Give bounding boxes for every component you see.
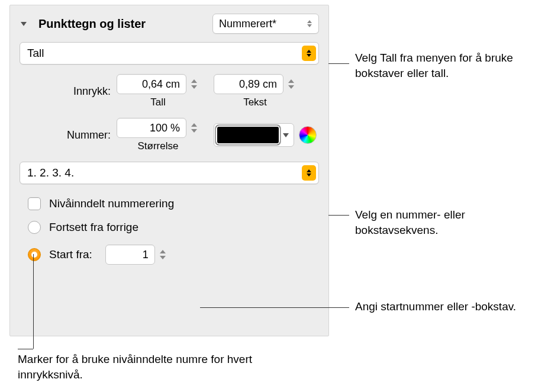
stepper-arrows-icon[interactable] bbox=[157, 245, 168, 265]
number-label: Nummer: bbox=[46, 129, 117, 142]
indent-number-stepper[interactable] bbox=[117, 74, 199, 94]
callout-tiered: Marker for å bruke nivåinndelte numre fo… bbox=[18, 352, 254, 382]
callout-line bbox=[33, 254, 34, 349]
start-from-radio-row: Start fra: bbox=[28, 245, 319, 265]
tiered-checkbox-row: Nivåinndelt nummerering bbox=[28, 197, 319, 210]
number-size-stepper[interactable] bbox=[117, 118, 199, 138]
number-type-popup[interactable]: Tall bbox=[20, 42, 319, 65]
color-wheel-icon[interactable] bbox=[299, 126, 317, 144]
stepper-arrows-icon[interactable] bbox=[189, 74, 199, 94]
popup-arrows-icon bbox=[302, 165, 316, 181]
popup-arrows-icon bbox=[302, 46, 316, 61]
continue-radio-row: Fortsett fra forrige bbox=[28, 221, 319, 234]
svg-marker-0 bbox=[21, 22, 27, 26]
number-type-value: Tall bbox=[27, 47, 44, 60]
callout-line bbox=[328, 63, 349, 64]
stepper-arrows-icon[interactable] bbox=[189, 118, 199, 138]
callout-line bbox=[18, 349, 33, 349]
indent-text-input[interactable] bbox=[214, 74, 283, 94]
bullets-lists-panel: Punkttegn og lister Nummerert* Tall Innr… bbox=[9, 5, 329, 336]
start-from-radio[interactable] bbox=[28, 248, 41, 261]
panel-header-row: Punkttegn og lister Nummerert* bbox=[20, 14, 319, 34]
indent-number-sublabel: Tall bbox=[150, 97, 166, 108]
number-size-sublabel: Størrelse bbox=[138, 140, 179, 152]
callout-line bbox=[328, 215, 349, 216]
number-row: Nummer: Størrelse bbox=[46, 118, 319, 152]
list-style-popup[interactable]: Nummerert* bbox=[212, 14, 319, 34]
number-color-well[interactable] bbox=[215, 125, 281, 145]
list-style-value: Nummerert* bbox=[219, 18, 276, 30]
number-size-input[interactable] bbox=[117, 118, 186, 138]
indent-label: Innrykk: bbox=[46, 85, 117, 98]
panel-title: Punkttegn og lister bbox=[38, 17, 146, 31]
callout-line bbox=[200, 307, 349, 308]
callout-type: Velg Tall fra menyen for å bruke bokstav… bbox=[355, 50, 533, 81]
chevron-down-icon[interactable] bbox=[281, 125, 291, 145]
indent-section: Innrykk: Tall Tekst Nummer: bbox=[20, 74, 319, 152]
indent-text-sublabel: Tekst bbox=[243, 97, 267, 108]
callout-sequence: Velg en nummer- eller bokstavsekvens. bbox=[355, 207, 533, 237]
sequence-popup[interactable]: 1. 2. 3. 4. bbox=[20, 162, 319, 184]
start-from-stepper[interactable] bbox=[105, 245, 168, 265]
start-from-label: Start fra: bbox=[49, 248, 92, 261]
continue-label: Fortsett fra forrige bbox=[49, 221, 138, 234]
callout-startnum: Angi startnummer eller -bokstav. bbox=[355, 299, 516, 314]
start-from-input[interactable] bbox=[105, 245, 155, 265]
indent-row: Innrykk: Tall Tekst bbox=[46, 74, 319, 108]
disclosure-triangle-icon[interactable] bbox=[20, 20, 28, 28]
indent-text-stepper[interactable] bbox=[214, 74, 296, 94]
chevron-updown-icon bbox=[304, 20, 315, 27]
indent-number-input[interactable] bbox=[117, 74, 186, 94]
tiered-checkbox[interactable] bbox=[28, 197, 41, 210]
continue-radio[interactable] bbox=[28, 221, 41, 234]
tiered-label: Nivåinndelt nummerering bbox=[49, 197, 174, 210]
stepper-arrows-icon[interactable] bbox=[286, 74, 296, 94]
sequence-value: 1. 2. 3. 4. bbox=[27, 166, 74, 179]
